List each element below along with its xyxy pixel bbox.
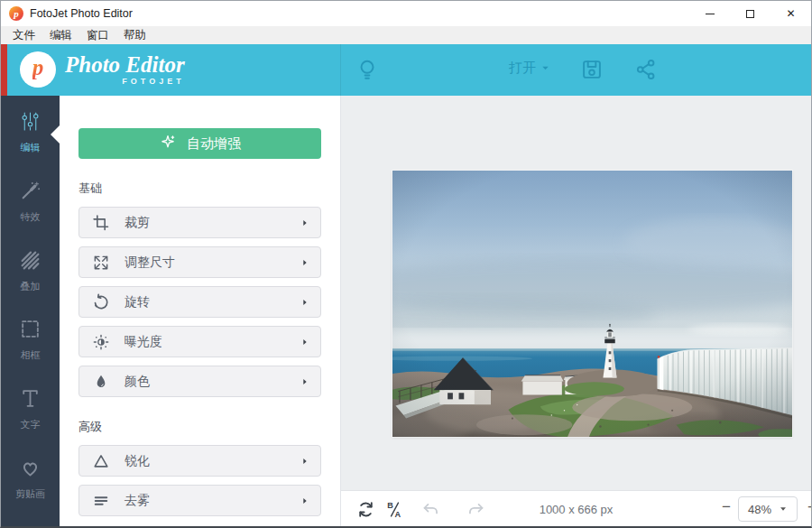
chevron-right-icon	[300, 218, 309, 227]
chevron-right-icon	[300, 496, 309, 505]
window-title: FotoJet Photo Editor	[30, 7, 133, 20]
exposure-icon	[92, 333, 110, 351]
sidebar-item-label: 剪贴画	[15, 487, 45, 501]
tool-label: 调整尺寸	[125, 255, 175, 271]
tool-button-dehaze[interactable]: 去雾	[78, 485, 321, 516]
zoom-out-button[interactable]: −	[718, 498, 734, 516]
status-bar: BA 1000 x 666 px − 48% +	[341, 490, 811, 526]
chevron-right-icon	[300, 457, 309, 466]
titlebar: p FotoJet Photo Editor ✕	[1, 1, 811, 26]
tool-button-crop[interactable]: 裁剪	[78, 207, 321, 238]
maximize-button[interactable]	[730, 1, 770, 26]
frame-icon	[19, 318, 42, 344]
app-logo: p Photo Editor FOTOJET	[20, 51, 185, 88]
sidebar-item-label: 相框	[21, 348, 41, 362]
main-area: 编辑特效叠加相框文字剪贴画 自动增强 基础裁剪调整尺寸旋转曝光度颜色高级锐化去雾	[1, 96, 811, 526]
minimize-icon	[706, 14, 715, 14]
overlay-stripes-icon	[19, 249, 42, 275]
sliders-icon	[19, 110, 42, 136]
canvas-column: BA 1000 x 666 px − 48% +	[341, 96, 811, 526]
section-title: 高级	[78, 419, 321, 435]
close-button[interactable]: ✕	[770, 1, 811, 26]
tool-button-exposure[interactable]: 曝光度	[78, 326, 321, 357]
magic-wand-icon	[19, 180, 42, 206]
sidebar-item-clipart[interactable]: 剪贴画	[1, 457, 60, 526]
logo-subtitle: FOTOJET	[122, 77, 184, 86]
edit-panel: 自动增强 基础裁剪调整尺寸旋转曝光度颜色高级锐化去雾	[60, 96, 341, 526]
tool-label: 裁剪	[125, 215, 150, 231]
share-icon[interactable]	[634, 58, 658, 81]
app-window: p FotoJet Photo Editor ✕ 文件编辑窗口帮助 p Phot…	[0, 0, 812, 528]
crop-icon	[92, 214, 110, 232]
save-icon[interactable]	[580, 58, 604, 81]
sidebar-item-label: 特效	[21, 210, 41, 224]
sidebar-item-edit[interactable]: 编辑	[1, 110, 60, 180]
tool-label: 曝光度	[125, 334, 162, 350]
chevron-right-icon	[300, 298, 309, 307]
caret-down-icon	[779, 505, 788, 514]
zoom-level-value: 48%	[748, 503, 771, 516]
chevron-right-icon	[300, 338, 309, 347]
brand-red-strip	[1, 44, 7, 96]
chevron-right-icon	[300, 377, 309, 386]
zoom-level-dropdown[interactable]: 48%	[738, 496, 798, 522]
zoom-in-button[interactable]: +	[804, 498, 811, 516]
header: p Photo Editor FOTOJET 打开	[1, 44, 811, 96]
minimize-button[interactable]	[689, 1, 730, 26]
sidebar: 编辑特效叠加相框文字剪贴画	[1, 96, 60, 526]
sidebar-item-frame[interactable]: 相框	[1, 318, 60, 387]
sidebar-item-overlay[interactable]: 叠加	[1, 249, 60, 319]
tool-button-resize[interactable]: 调整尺寸	[78, 246, 321, 278]
text-icon	[19, 387, 42, 413]
tool-label: 颜色	[125, 374, 150, 390]
sparkle-icon	[159, 134, 177, 154]
rotate-icon	[92, 293, 110, 311]
menu-item-edit[interactable]: 编辑	[42, 27, 79, 44]
chevron-right-icon	[300, 258, 309, 267]
tool-button-color[interactable]: 颜色	[78, 366, 321, 397]
menu-item-window[interactable]: 窗口	[79, 27, 116, 44]
logo-title: Photo Editor	[65, 53, 185, 76]
color-drop-icon	[92, 373, 110, 391]
sharpen-icon	[92, 452, 110, 470]
sidebar-item-label: 文字	[21, 418, 41, 431]
app-logo-icon: p	[9, 6, 23, 21]
open-label: 打开	[509, 60, 536, 77]
menu-bar: 文件编辑窗口帮助	[1, 26, 811, 44]
lighthouse-photo[interactable]	[392, 171, 792, 437]
resize-icon	[92, 254, 110, 272]
auto-enhance-label: 自动增强	[187, 135, 241, 153]
sidebar-item-effects[interactable]: 特效	[1, 180, 60, 249]
caret-down-icon	[540, 63, 550, 73]
tips-bulb-icon[interactable]	[355, 58, 379, 81]
fotojet-logo-icon: p	[20, 51, 56, 88]
dehaze-icon	[92, 492, 110, 510]
open-button[interactable]: 打开	[509, 60, 550, 77]
sidebar-item-label: 叠加	[21, 280, 41, 293]
tool-button-rotate[interactable]: 旋转	[78, 286, 321, 318]
tool-label: 去雾	[125, 493, 150, 509]
auto-enhance-button[interactable]: 自动增强	[78, 128, 321, 159]
tool-label: 旋转	[125, 294, 150, 310]
heart-icon	[19, 457, 42, 483]
maximize-icon	[746, 10, 754, 18]
menu-item-help[interactable]: 帮助	[116, 27, 153, 44]
sidebar-item-text[interactable]: 文字	[1, 387, 60, 457]
section-title: 基础	[78, 181, 321, 197]
window-controls: ✕	[689, 1, 811, 26]
photo-scene	[392, 171, 792, 437]
tool-label: 锐化	[125, 453, 150, 469]
menu-item-file[interactable]: 文件	[5, 27, 42, 44]
sidebar-item-label: 编辑	[21, 141, 41, 154]
canvas-area	[341, 96, 811, 490]
tool-button-sharpen[interactable]: 锐化	[78, 445, 321, 477]
